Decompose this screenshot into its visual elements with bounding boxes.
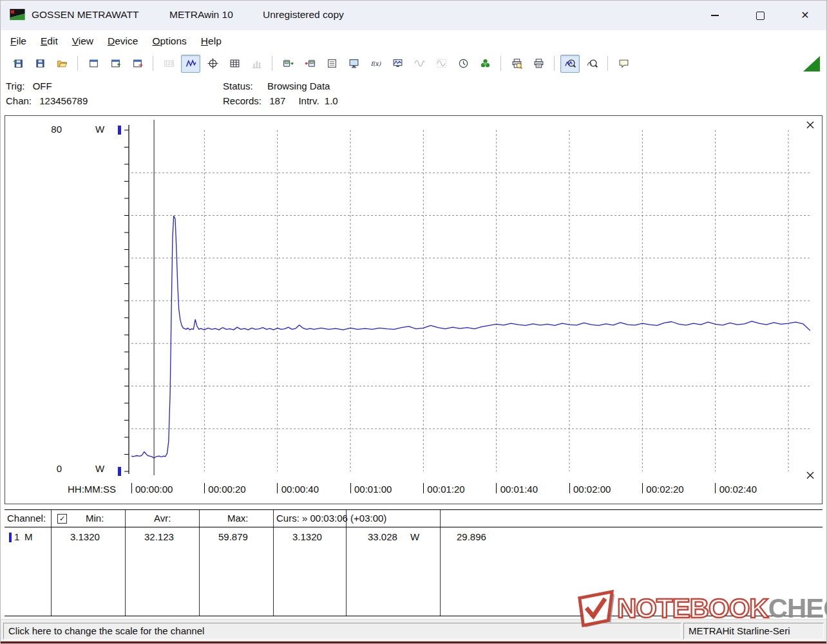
- titlebar-app-name: METRAwin 10: [169, 9, 233, 21]
- new-report-button[interactable]: [106, 55, 125, 73]
- header-cursor: Curs: » 00:03:06 (+03:00): [276, 513, 386, 524]
- menu-edit[interactable]: Edit: [33, 32, 65, 51]
- memory-read-button[interactable]: [322, 55, 341, 73]
- digits-icon: 123: [164, 58, 175, 69]
- monitorwave-icon: [392, 58, 403, 69]
- x-tick-label: 00:00:40: [281, 484, 319, 495]
- row-channel-number[interactable]: 1: [14, 531, 19, 542]
- zoomcurve-icon: [587, 58, 598, 69]
- y-axis-max-label: 80: [45, 124, 62, 135]
- column-divider: [273, 510, 274, 616]
- titlebar-company: GOSSEN METRAWATT: [32, 9, 138, 21]
- row-avr-value: 32.123: [144, 531, 174, 542]
- histogram-view-button[interactable]: [247, 55, 266, 73]
- bars-icon: [251, 58, 262, 69]
- table-view-button[interactable]: [225, 55, 244, 73]
- chart-panel[interactable]: 80 W 0 W HH:MM:SS 00:00:0000:00:2000:00:…: [5, 115, 822, 504]
- values-window-button[interactable]: [84, 55, 103, 73]
- row-delta-value: 29.896: [457, 531, 486, 542]
- export-window-button[interactable]: [128, 55, 147, 73]
- sinegrid-icon: [436, 58, 447, 69]
- x-tick-label: 00:01:00: [354, 484, 392, 495]
- printer-icon: [533, 58, 544, 69]
- scale-hint[interactable]: Click here to change the scale for the c…: [3, 623, 681, 639]
- x-axis-tick: [569, 483, 570, 493]
- clover-icon: [480, 58, 491, 69]
- numeric-display-button[interactable]: 123: [159, 55, 178, 73]
- x-tick-label: 00:00:20: [208, 484, 245, 495]
- open-file-button[interactable]: [8, 55, 28, 73]
- chan-label: Chan:: [6, 95, 32, 106]
- column-divider: [440, 510, 441, 616]
- close-button[interactable]: ✕: [786, 1, 824, 30]
- x-axis-tick: [350, 483, 351, 493]
- device-send-button[interactable]: [300, 55, 319, 73]
- docwin-arrow-icon: [132, 58, 143, 69]
- menu-help[interactable]: Help: [194, 32, 229, 51]
- x-axis-format-label: HH:MM:SS: [68, 484, 116, 495]
- x-tick-label: 00:01:20: [427, 484, 464, 495]
- trig-label: Trig:: [6, 80, 24, 91]
- zoom-time-button[interactable]: [560, 55, 580, 73]
- toolbar-resize-grip[interactable]: [803, 56, 820, 71]
- x-axis-tick: [131, 483, 132, 493]
- clockdev-icon: [458, 58, 469, 69]
- print-preview-button[interactable]: [507, 55, 526, 73]
- header-channel: Channel:: [7, 513, 46, 524]
- channel-visible-checkbox[interactable]: ✓: [57, 514, 67, 524]
- zoom-amplitude-button[interactable]: [582, 55, 602, 73]
- toolbar-separator: [500, 56, 501, 71]
- minimize-button[interactable]: [696, 1, 734, 30]
- live-graph-button[interactable]: [388, 55, 407, 73]
- toolbar-separator: [607, 56, 608, 71]
- formula-button[interactable]: f(x): [366, 55, 385, 73]
- menu-bar: FileEditViewDeviceOptionsHelp: [1, 30, 826, 52]
- floppy-icon: [35, 58, 46, 69]
- power-trend-chart[interactable]: [5, 116, 822, 480]
- online-monitor-button[interactable]: [344, 55, 363, 73]
- device-connect-button[interactable]: [278, 55, 298, 73]
- save-file-button[interactable]: [30, 55, 50, 73]
- column-divider: [199, 510, 200, 616]
- x-axis-tick: [715, 483, 716, 493]
- titlebar-license: Unregistered copy: [263, 9, 344, 21]
- chan-value: 123456789: [39, 95, 88, 106]
- fx-icon: f(x): [370, 58, 381, 69]
- x-axis-tick: [277, 483, 278, 493]
- records-label: Records:: [223, 95, 261, 106]
- menu-view[interactable]: View: [65, 32, 100, 51]
- acquisition-info-panel: Trig: OFF Chan: 123456789 Status: Browsi…: [1, 75, 826, 113]
- device-name: METRAHit Starline-Seri: [683, 623, 824, 639]
- trig-value: OFF: [33, 80, 52, 91]
- device-settings-button[interactable]: [475, 55, 495, 73]
- x-tick-label: 00:00:00: [135, 484, 173, 495]
- browse-files-button[interactable]: [52, 55, 71, 73]
- x-axis: HH:MM:SS 00:00:0000:00:2000:00:4000:01:0…: [5, 482, 822, 500]
- menu-options[interactable]: Options: [145, 32, 193, 51]
- print-button[interactable]: [529, 55, 548, 73]
- maximize-button[interactable]: [741, 1, 779, 30]
- xy-chart-button[interactable]: [203, 55, 222, 73]
- yt-chart-button[interactable]: [181, 55, 200, 73]
- row-channel-mode: M: [24, 531, 33, 542]
- smooth-curve-button[interactable]: [410, 55, 429, 73]
- header-avr: Avr:: [154, 513, 171, 524]
- toolbar-separator: [77, 56, 78, 71]
- column-divider: [346, 510, 347, 616]
- x-axis-tick: [642, 483, 643, 493]
- x-tick-label: 00:02:40: [719, 484, 757, 495]
- annotation-button[interactable]: [614, 55, 633, 73]
- memlist-icon: [327, 58, 337, 69]
- crosshair-icon: [207, 58, 218, 69]
- menu-file[interactable]: File: [3, 32, 33, 51]
- curve-grid-button[interactable]: [432, 55, 451, 73]
- y-axis-min-label: 0: [45, 463, 62, 474]
- row-max-value: 59.879: [218, 531, 248, 542]
- menu-device[interactable]: Device: [100, 32, 145, 51]
- docwin-icon: [88, 58, 99, 69]
- y-axis-unit-top: W: [95, 124, 104, 135]
- wave-icon: [185, 58, 196, 69]
- note-icon: [618, 58, 629, 69]
- toolbar-separator: [554, 56, 555, 71]
- interval-timer-button[interactable]: [453, 55, 473, 73]
